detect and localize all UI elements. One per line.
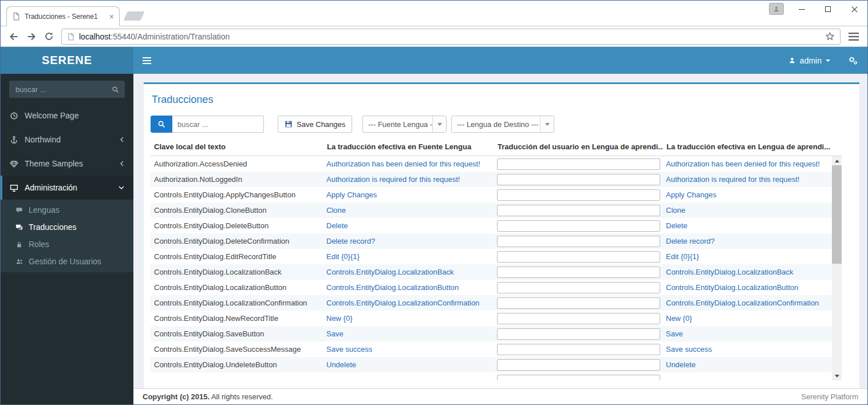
refresh-button[interactable]: [41, 28, 57, 45]
cell-target-link[interactable]: Authorization has been denied for this r…: [666, 160, 820, 168]
cell-target-link[interactable]: Delete record?: [666, 237, 715, 245]
cell-source-link[interactable]: Delete: [326, 221, 348, 230]
cell-target-link[interactable]: Save success: [666, 345, 712, 354]
cell-source-link[interactable]: Save success: [326, 345, 372, 354]
cell-key: Controls.EntityDialog.SaveButton: [151, 329, 323, 338]
user-translation-input[interactable]: [497, 220, 660, 232]
save-changes-button[interactable]: Save Changes: [278, 116, 352, 133]
brand-logo[interactable]: SERENE: [1, 47, 133, 74]
cell-source-link[interactable]: Save: [326, 329, 344, 338]
cell-target-link[interactable]: Delete: [666, 221, 688, 230]
cell-source-link[interactable]: Edit {0}{1}: [326, 252, 360, 261]
user-menu[interactable]: admin: [780, 47, 838, 74]
tab-close-icon[interactable]: ×: [109, 13, 114, 21]
cell-target-link[interactable]: Controls.EntityDialog.LocalizationButton: [666, 283, 798, 292]
column-header-target[interactable]: La traducción efectiva en Lengua de apre…: [663, 142, 832, 151]
dropdown-caret-icon[interactable]: [540, 116, 554, 132]
grid-scrollbar[interactable]: [832, 156, 842, 380]
target-language-select[interactable]: --- Lengua de Destino ---: [451, 116, 554, 133]
minimize-button[interactable]: [788, 1, 815, 18]
dropdown-caret-icon[interactable]: [432, 116, 446, 132]
back-button[interactable]: [5, 28, 22, 45]
grid-search-button[interactable]: [151, 116, 172, 133]
cell-target-link[interactable]: Undelete: [666, 360, 696, 369]
user-translation-input[interactable]: [497, 313, 660, 324]
address-bar[interactable]: localhost:55440/Administration/Translati…: [61, 29, 841, 45]
browser-menu-button[interactable]: [845, 28, 863, 45]
sidebar-item-traducciones[interactable]: Traducciones: [1, 219, 133, 236]
bookmark-button[interactable]: [825, 31, 835, 41]
url-host: localhost: [79, 32, 111, 41]
cell-source-link[interactable]: Controls.EntityDialog.LocalizationButton: [326, 283, 459, 292]
maximize-button[interactable]: [815, 1, 841, 18]
cell-target-link[interactable]: Controls.EntityDialog.LocalizationConfir…: [666, 299, 819, 307]
cell-target-link[interactable]: Controls.EntityDialog.LocalizationBack: [666, 268, 794, 276]
scrollbar-up-button[interactable]: [832, 156, 842, 165]
user-translation-input[interactable]: [497, 205, 660, 216]
cell-source-link[interactable]: Delete record?: [326, 237, 375, 245]
cell-target-link[interactable]: Apply Changes: [666, 190, 716, 199]
browser-titlebar: Traducciones - Serene1 ×: [1, 1, 867, 26]
close-button[interactable]: [841, 1, 867, 18]
grid-header: Clave local del texto La traducción efec…: [151, 141, 842, 156]
footer-platform: Serenity Platform: [801, 392, 858, 401]
sidebar-item-welcome-page[interactable]: Welcome Page: [1, 104, 133, 128]
cell-target-link[interactable]: Save: [666, 329, 683, 338]
user-translation-input[interactable]: [497, 282, 660, 293]
scrollbar-down-button[interactable]: [832, 371, 842, 380]
sidebar-item-theme-samples[interactable]: Theme Samples: [1, 152, 133, 176]
user-translation-input[interactable]: [497, 359, 660, 371]
table-row: [151, 372, 832, 380]
user-translation-input[interactable]: [497, 297, 660, 309]
sidebar-item-gestion-usuarios[interactable]: Gestión de Usuarios: [1, 253, 133, 270]
table-row: Controls.EntityDialog.CloneButton Clone …: [151, 202, 832, 218]
cell-source-link[interactable]: Controls.EntityDialog.LocalizationBack: [326, 268, 454, 276]
sidebar-item-roles[interactable]: Roles: [1, 236, 133, 253]
column-header-source[interactable]: La traducción efectiva en Fuente Lengua: [323, 142, 494, 151]
cell-source-link[interactable]: New {0}: [326, 314, 353, 323]
content-column: Traducciones: [133, 74, 867, 404]
user-translation-input[interactable]: [497, 328, 660, 340]
cell-source-link[interactable]: Clone: [326, 206, 346, 215]
grid-search-input[interactable]: [172, 116, 264, 133]
table-row: Controls.EntityDialog.DeleteConfirmation…: [151, 233, 832, 249]
url-text: localhost:55440/Administration/Translati…: [79, 32, 230, 41]
browser-profile-button[interactable]: [769, 3, 784, 15]
user-translation-input[interactable]: [497, 375, 660, 381]
forward-button[interactable]: [23, 28, 40, 45]
cell-source-link[interactable]: Authorization is required for this reque…: [326, 175, 460, 184]
cell-source-link[interactable]: Undelete: [326, 360, 356, 369]
user-translation-input[interactable]: [497, 344, 660, 355]
browser-tab[interactable]: Traducciones - Serene1 ×: [6, 6, 120, 26]
sidebar-item-label: Traducciones: [29, 223, 77, 232]
cell-target-link[interactable]: New {0}: [666, 314, 692, 323]
column-header-key[interactable]: Clave local del texto: [151, 142, 323, 151]
source-language-select[interactable]: --- Fuente Lengua ---: [362, 116, 447, 133]
sidebar-toggle-button[interactable]: [133, 47, 160, 74]
sidebar-search-input[interactable]: [9, 81, 105, 98]
user-translation-input[interactable]: [497, 236, 660, 247]
cell-target-link[interactable]: Edit {0}{1}: [666, 252, 699, 261]
sidebar-item-northwind[interactable]: Northwind: [1, 128, 133, 152]
cell-source-link[interactable]: Authorization has been denied for this r…: [326, 160, 480, 168]
user-translation-input[interactable]: [497, 267, 660, 278]
scrollbar-thumb[interactable]: [832, 165, 842, 264]
table-row: Controls.EntityDialog.ApplyChangesButton…: [151, 187, 832, 202]
column-header-user[interactable]: Traducción del usuario en Lengua de apre…: [494, 142, 663, 151]
cell-key: Controls.EntityDialog.ApplyChangesButton: [151, 190, 323, 199]
cell-target-link[interactable]: Clone: [666, 206, 685, 215]
lock-icon: [15, 241, 23, 248]
user-translation-input[interactable]: [497, 174, 660, 185]
cell-source-link[interactable]: Apply Changes: [326, 190, 377, 199]
user-translation-input[interactable]: [497, 189, 660, 201]
settings-button[interactable]: [838, 47, 867, 74]
sidebar-item-administracion[interactable]: Administración: [1, 176, 133, 200]
translations-grid: Clave local del texto La traducción efec…: [151, 141, 842, 380]
user-translation-input[interactable]: [497, 158, 660, 170]
sidebar-search-button[interactable]: [105, 81, 125, 98]
cell-target-link[interactable]: Authorization is required for this reque…: [666, 175, 799, 184]
sidebar-item-lenguas[interactable]: Lenguas: [1, 201, 133, 219]
cell-source-link[interactable]: Controls.EntityDialog.LocalizationConfir…: [326, 299, 479, 307]
new-tab-button[interactable]: [123, 11, 144, 21]
user-translation-input[interactable]: [497, 251, 660, 263]
